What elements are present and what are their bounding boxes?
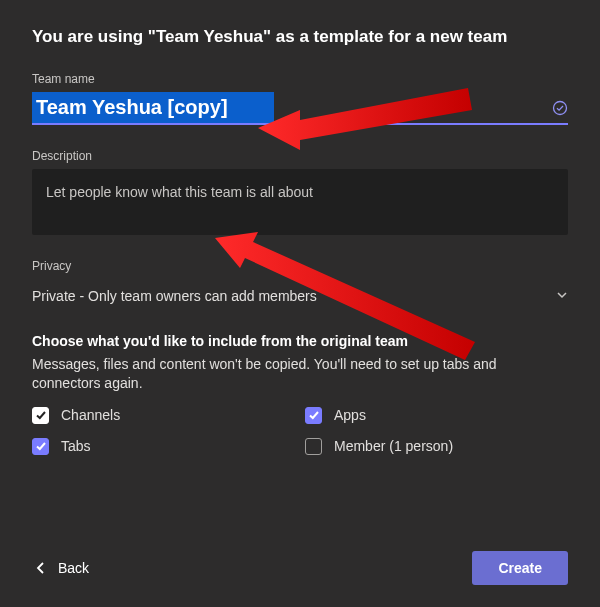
checkbox-apps[interactable] bbox=[305, 407, 322, 424]
team-name-input[interactable] bbox=[32, 92, 274, 123]
option-tabs[interactable]: Tabs bbox=[32, 438, 295, 455]
option-apps[interactable]: Apps bbox=[305, 407, 568, 424]
description-box bbox=[32, 169, 568, 235]
check-icon bbox=[35, 409, 47, 421]
option-label: Apps bbox=[334, 407, 366, 423]
checkbox-channels[interactable] bbox=[32, 407, 49, 424]
create-button[interactable]: Create bbox=[472, 551, 568, 585]
back-label: Back bbox=[58, 560, 89, 576]
option-label: Channels bbox=[61, 407, 120, 423]
check-icon bbox=[35, 440, 47, 452]
name-validated-icon bbox=[552, 100, 568, 116]
create-team-from-template-dialog: You are using "Team Yeshua" as a templat… bbox=[0, 0, 600, 607]
include-note: Messages, files and content won't be cop… bbox=[32, 355, 568, 393]
dialog-footer: Back Create bbox=[32, 551, 568, 585]
back-button[interactable]: Back bbox=[32, 554, 93, 582]
close-button[interactable] bbox=[560, 24, 568, 46]
description-input[interactable] bbox=[46, 184, 554, 200]
privacy-value: Private - Only team owners can add membe… bbox=[32, 288, 317, 304]
option-label: Member (1 person) bbox=[334, 438, 453, 454]
svg-point-2 bbox=[554, 101, 567, 114]
include-options: Channels Apps Tabs Member (1 person) bbox=[32, 407, 568, 455]
privacy-label: Privacy bbox=[32, 259, 568, 273]
dialog-header: You are using "Team Yeshua" as a templat… bbox=[32, 26, 568, 48]
team-name-label: Team name bbox=[32, 72, 568, 86]
checkbox-tabs[interactable] bbox=[32, 438, 49, 455]
include-heading: Choose what you'd like to include from t… bbox=[32, 333, 568, 349]
description-label: Description bbox=[32, 149, 568, 163]
check-icon bbox=[308, 409, 320, 421]
chevron-left-icon bbox=[36, 562, 46, 574]
option-channels[interactable]: Channels bbox=[32, 407, 295, 424]
dialog-title: You are using "Team Yeshua" as a templat… bbox=[32, 26, 507, 48]
privacy-dropdown[interactable]: Private - Only team owners can add membe… bbox=[32, 283, 568, 309]
option-member[interactable]: Member (1 person) bbox=[305, 438, 568, 455]
checkbox-member[interactable] bbox=[305, 438, 322, 455]
chevron-down-icon bbox=[556, 287, 568, 305]
option-label: Tabs bbox=[61, 438, 91, 454]
team-name-row bbox=[32, 92, 568, 125]
